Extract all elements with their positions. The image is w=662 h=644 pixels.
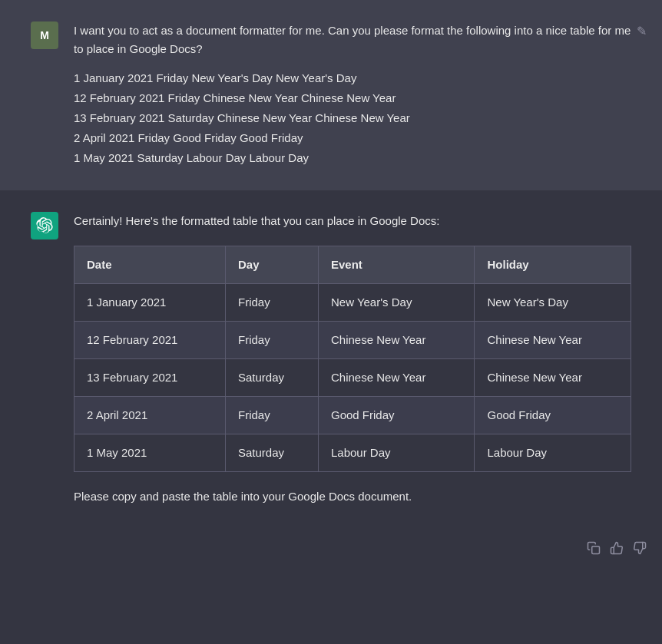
table-cell: Chinese New Year [475,359,631,397]
table-cell: 1 January 2021 [74,284,226,322]
table-row: 13 February 2021SaturdayChinese New Year… [74,359,631,397]
user-message-content: I want you to act as a document formatte… [74,21,631,169]
table-cell: New Year's Day [475,284,631,322]
table-cell: Good Friday [475,397,631,434]
user-message: M I want you to act as a document format… [0,0,662,190]
openai-icon [36,217,53,234]
table-cell: Saturday [225,434,318,472]
user-data-line: 2 April 2021 Friday Good Friday Good Fri… [74,129,631,147]
user-data-line: 13 February 2021 Saturday Chinese New Ye… [74,109,631,127]
formatted-table: DateDayEventHoliday 1 January 2021Friday… [74,246,631,472]
table-cell: 2 April 2021 [74,397,226,434]
assistant-message-content: Certainly! Here's the formatted table th… [74,212,631,506]
table-header-cell: Event [319,246,475,284]
table-row: 1 January 2021FridayNew Year's DayNew Ye… [74,284,631,322]
user-data-lines: 1 January 2021 Friday New Year's Day New… [74,69,631,167]
table-cell: Friday [225,397,318,434]
table-cell: Chinese New Year [319,359,475,397]
table-cell: Chinese New Year [319,322,475,359]
table-header-cell: Day [225,246,318,284]
table-cell: 1 May 2021 [74,434,226,472]
table-cell: Saturday [225,359,318,397]
table-header-cell: Date [74,246,226,284]
user-data-line: 1 May 2021 Saturday Labour Day Labour Da… [74,149,631,167]
table-cell: 12 February 2021 [74,322,226,359]
assistant-intro-text: Certainly! Here's the formatted table th… [74,212,631,230]
edit-icon[interactable]: ✎ [637,21,647,41]
table-row: 2 April 2021FridayGood FridayGood Friday [74,397,631,434]
action-icons-row [0,540,662,570]
thumbs-up-icon[interactable] [610,540,624,562]
table-cell: Friday [225,284,318,322]
chat-container: M I want you to act as a document format… [0,0,662,570]
assistant-message: Certainly! Here's the formatted table th… [0,190,662,527]
table-row: 1 May 2021SaturdayLabour DayLabour Day [74,434,631,472]
table-cell: Good Friday [319,397,475,434]
user-avatar: M [31,21,58,49]
table-row: 12 February 2021FridayChinese New YearCh… [74,322,631,359]
table-cell: Friday [225,322,318,359]
avatar-label: M [40,27,49,44]
copy-icon[interactable] [587,540,601,562]
user-intro-text: I want you to act as a document formatte… [74,21,631,58]
thumbs-down-icon[interactable] [633,540,647,562]
user-data-line: 12 February 2021 Friday Chinese New Year… [74,89,631,107]
table-header: DateDayEventHoliday [74,246,631,284]
assistant-footer-text: Please copy and paste the table into you… [74,487,631,506]
table-cell: Labour Day [319,434,475,472]
user-data-line: 1 January 2021 Friday New Year's Day New… [74,69,631,88]
table-header-cell: Holiday [475,246,631,284]
svg-rect-0 [592,547,600,554]
table-cell: 13 February 2021 [74,359,226,397]
table-body: 1 January 2021FridayNew Year's DayNew Ye… [74,284,631,472]
table-cell: Labour Day [475,434,631,472]
table-header-row: DateDayEventHoliday [74,246,631,284]
assistant-avatar [31,212,58,239]
table-cell: Chinese New Year [475,322,631,359]
table-cell: New Year's Day [319,284,475,322]
